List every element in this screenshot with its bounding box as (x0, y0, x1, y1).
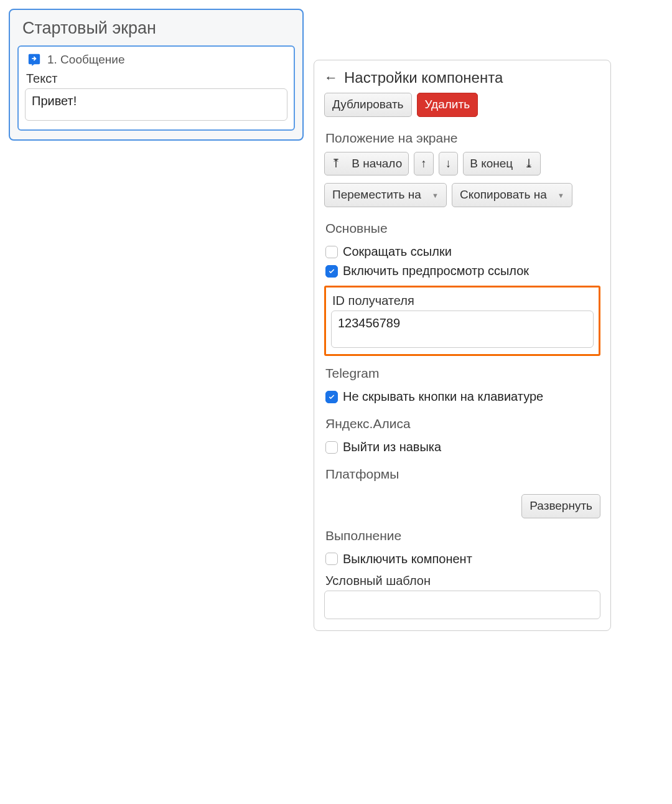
execution-heading: Выполнение (324, 518, 600, 549)
component-label: 1. Сообщение (47, 53, 125, 67)
component-settings-panel: ← Настройки компонента Дублировать Удали… (314, 60, 611, 631)
telegram-show-buttons-label: Не скрывать кнопки на клавиатуре (343, 390, 543, 404)
settings-title: Настройки компонента (344, 69, 503, 86)
checkbox-unchecked-icon (325, 553, 338, 565)
alice-exit-label: Выйти из навыка (343, 440, 441, 454)
template-label: Условный шаблон (324, 569, 600, 591)
screen-title: Стартовый экран (17, 16, 295, 45)
move-down-button[interactable]: ↓ (439, 152, 459, 176)
move-to-end-button[interactable]: В конец ⤓ (463, 152, 540, 176)
back-arrow-icon: ← (324, 71, 339, 85)
telegram-heading: Telegram (324, 356, 600, 387)
message-component[interactable]: 1. Сообщение Текст Привет! (17, 45, 295, 131)
component-header: 1. Сообщение (25, 52, 287, 69)
arrow-down-bar-icon: ⤓ (524, 156, 534, 172)
recipient-id-label: ID получателя (331, 291, 594, 311)
position-heading: Положение на экране (324, 121, 600, 152)
checkbox-unchecked-icon (325, 441, 338, 454)
screen-card: Стартовый экран 1. Сообщение Текст Приве… (9, 9, 304, 141)
arrow-up-bar-icon: ⤒ (331, 156, 341, 172)
recipient-id-input[interactable]: 123456789 (331, 311, 594, 348)
shorten-links-option[interactable]: Сокращать ссылки (324, 242, 600, 261)
shorten-links-label: Сокращать ссылки (343, 245, 452, 259)
alice-heading: Яндекс.Алиса (324, 406, 600, 437)
message-text-input[interactable]: Привет! (25, 88, 287, 121)
expand-platforms-button[interactable]: Развернуть (521, 494, 600, 518)
telegram-show-buttons-option[interactable]: Не скрывать кнопки на клавиатуре (324, 387, 600, 406)
checkbox-unchecked-icon (325, 246, 338, 258)
arrow-up-icon: ↑ (421, 156, 427, 172)
delete-button[interactable]: Удалить (417, 93, 478, 117)
enable-preview-option[interactable]: Включить предпросмотр ссылок (324, 261, 600, 281)
copy-to-screen-button[interactable]: Скопировать на ▼ (452, 183, 572, 207)
checkbox-checked-icon (325, 391, 338, 403)
arrow-down-icon: ↓ (446, 156, 452, 172)
platforms-heading: Платформы (324, 457, 600, 488)
main-heading: Основные (324, 211, 600, 242)
alice-exit-option[interactable]: Выйти из навыка (324, 437, 600, 457)
settings-header[interactable]: ← Настройки компонента (324, 69, 600, 93)
checkbox-checked-icon (325, 265, 338, 278)
move-to-start-button[interactable]: ⤒ В начало (324, 152, 409, 176)
enable-preview-label: Включить предпросмотр ссылок (343, 264, 529, 278)
move-up-button[interactable]: ↑ (414, 152, 434, 176)
template-input[interactable] (324, 591, 600, 619)
text-field-label: Текст (25, 69, 287, 88)
recipient-id-highlight: ID получателя 123456789 (324, 286, 600, 356)
caret-down-icon: ▼ (558, 191, 564, 200)
move-to-screen-button[interactable]: Переместить на ▼ (324, 183, 447, 207)
duplicate-button[interactable]: Дублировать (324, 93, 412, 117)
disable-component-option[interactable]: Выключить компонент (324, 549, 600, 569)
message-send-icon (27, 53, 41, 67)
disable-component-label: Выключить компонент (343, 552, 472, 566)
caret-down-icon: ▼ (432, 191, 439, 200)
